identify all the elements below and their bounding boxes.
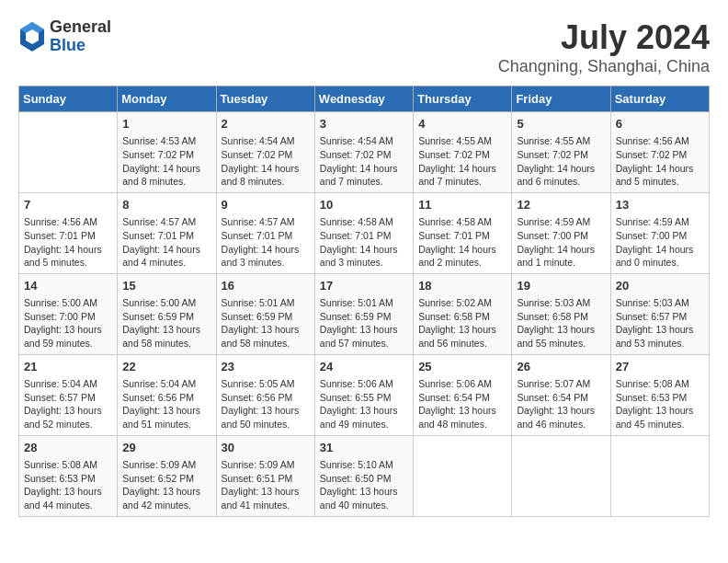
day-info: Sunrise: 5:01 AM Sunset: 6:59 PM Dayligh… <box>222 296 310 350</box>
calendar-day-cell: 20Sunrise: 5:03 AM Sunset: 6:57 PM Dayli… <box>610 273 709 354</box>
day-number: 6 <box>616 116 704 132</box>
calendar-day-cell: 7Sunrise: 4:56 AM Sunset: 7:01 PM Daylig… <box>19 192 118 273</box>
calendar-week-row: 1Sunrise: 4:53 AM Sunset: 7:02 PM Daylig… <box>19 112 710 193</box>
day-number: 27 <box>616 359 704 375</box>
day-info: Sunrise: 5:08 AM Sunset: 6:53 PM Dayligh… <box>24 458 112 512</box>
day-number: 3 <box>320 116 408 132</box>
calendar-day-cell: 12Sunrise: 4:59 AM Sunset: 7:00 PM Dayli… <box>512 192 610 273</box>
logo-text: General Blue <box>50 18 111 55</box>
day-info: Sunrise: 4:57 AM Sunset: 7:01 PM Dayligh… <box>122 215 210 270</box>
calendar-header-row: SundayMondayTuesdayWednesdayThursdayFrid… <box>19 86 710 112</box>
calendar-day-cell: 14Sunrise: 5:00 AM Sunset: 7:00 PM Dayli… <box>19 273 118 354</box>
day-info: Sunrise: 5:02 AM Sunset: 6:58 PM Dayligh… <box>418 296 506 350</box>
calendar-day-cell: 6Sunrise: 4:56 AM Sunset: 7:02 PM Daylig… <box>610 112 709 193</box>
day-info: Sunrise: 5:09 AM Sunset: 6:51 PM Dayligh… <box>222 458 310 512</box>
day-info: Sunrise: 5:08 AM Sunset: 6:53 PM Dayligh… <box>616 377 704 431</box>
day-info: Sunrise: 4:57 AM Sunset: 7:01 PM Dayligh… <box>222 215 310 270</box>
logo-general: General <box>50 18 111 37</box>
calendar-day-cell <box>512 435 610 516</box>
day-info: Sunrise: 5:00 AM Sunset: 6:59 PM Dayligh… <box>122 296 210 350</box>
day-info: Sunrise: 4:54 AM Sunset: 7:02 PM Dayligh… <box>222 134 310 189</box>
day-number: 21 <box>24 359 112 375</box>
day-number: 10 <box>320 197 408 213</box>
calendar-day-cell: 24Sunrise: 5:06 AM Sunset: 6:55 PM Dayli… <box>314 354 413 435</box>
calendar-day-cell: 26Sunrise: 5:07 AM Sunset: 6:54 PM Dayli… <box>512 354 610 435</box>
calendar-week-row: 14Sunrise: 5:00 AM Sunset: 7:00 PM Dayli… <box>19 273 710 354</box>
day-number: 14 <box>24 278 112 294</box>
day-info: Sunrise: 4:55 AM Sunset: 7:02 PM Dayligh… <box>517 134 605 189</box>
day-number: 25 <box>418 359 506 375</box>
calendar-day-cell: 18Sunrise: 5:02 AM Sunset: 6:58 PM Dayli… <box>414 273 512 354</box>
calendar-week-row: 7Sunrise: 4:56 AM Sunset: 7:01 PM Daylig… <box>19 192 710 273</box>
day-info: Sunrise: 5:07 AM Sunset: 6:54 PM Dayligh… <box>517 377 605 431</box>
calendar-day-cell: 15Sunrise: 5:00 AM Sunset: 6:59 PM Dayli… <box>118 273 216 354</box>
day-number: 8 <box>122 197 210 213</box>
calendar-day-cell: 11Sunrise: 4:58 AM Sunset: 7:01 PM Dayli… <box>414 192 512 273</box>
day-info: Sunrise: 5:06 AM Sunset: 6:54 PM Dayligh… <box>418 377 506 431</box>
day-number: 11 <box>418 197 506 213</box>
page-header: General Blue July 2024 Changning, Shangh… <box>18 18 710 76</box>
day-info: Sunrise: 5:04 AM Sunset: 6:57 PM Dayligh… <box>24 377 112 431</box>
day-info: Sunrise: 5:09 AM Sunset: 6:52 PM Dayligh… <box>122 458 210 512</box>
day-number: 7 <box>24 197 112 213</box>
calendar-day-cell: 16Sunrise: 5:01 AM Sunset: 6:59 PM Dayli… <box>216 273 314 354</box>
calendar-day-cell: 13Sunrise: 4:59 AM Sunset: 7:00 PM Dayli… <box>610 192 709 273</box>
day-of-week-header: Tuesday <box>216 86 314 112</box>
day-info: Sunrise: 4:56 AM Sunset: 7:01 PM Dayligh… <box>24 215 112 270</box>
day-number: 28 <box>24 440 112 456</box>
calendar-table: SundayMondayTuesdayWednesdayThursdayFrid… <box>18 86 710 517</box>
day-of-week-header: Sunday <box>19 86 118 112</box>
day-number: 15 <box>122 278 210 294</box>
day-of-week-header: Thursday <box>414 86 512 112</box>
day-info: Sunrise: 5:01 AM Sunset: 6:59 PM Dayligh… <box>320 296 408 350</box>
calendar-day-cell: 30Sunrise: 5:09 AM Sunset: 6:51 PM Dayli… <box>216 435 314 516</box>
day-info: Sunrise: 4:53 AM Sunset: 7:02 PM Dayligh… <box>122 134 210 189</box>
calendar-day-cell: 31Sunrise: 5:10 AM Sunset: 6:50 PM Dayli… <box>314 435 413 516</box>
day-number: 5 <box>517 116 605 132</box>
day-of-week-header: Wednesday <box>314 86 413 112</box>
calendar-day-cell: 4Sunrise: 4:55 AM Sunset: 7:02 PM Daylig… <box>414 112 512 193</box>
calendar-day-cell: 23Sunrise: 5:05 AM Sunset: 6:56 PM Dayli… <box>216 354 314 435</box>
day-number: 1 <box>122 116 210 132</box>
day-number: 23 <box>222 359 310 375</box>
day-info: Sunrise: 5:00 AM Sunset: 7:00 PM Dayligh… <box>24 296 112 350</box>
day-of-week-header: Saturday <box>610 86 709 112</box>
logo: General Blue <box>18 18 111 55</box>
day-number: 19 <box>517 278 605 294</box>
calendar-day-cell: 9Sunrise: 4:57 AM Sunset: 7:01 PM Daylig… <box>216 192 314 273</box>
day-of-week-header: Friday <box>512 86 610 112</box>
calendar-day-cell: 3Sunrise: 4:54 AM Sunset: 7:02 PM Daylig… <box>314 112 413 193</box>
day-info: Sunrise: 5:03 AM Sunset: 6:57 PM Dayligh… <box>616 296 704 350</box>
day-info: Sunrise: 5:04 AM Sunset: 6:56 PM Dayligh… <box>122 377 210 431</box>
logo-blue: Blue <box>50 37 111 55</box>
calendar-title: July 2024 <box>498 18 710 57</box>
calendar-day-cell <box>414 435 512 516</box>
calendar-day-cell: 22Sunrise: 5:04 AM Sunset: 6:56 PM Dayli… <box>118 354 216 435</box>
calendar-day-cell: 1Sunrise: 4:53 AM Sunset: 7:02 PM Daylig… <box>118 112 216 193</box>
day-number: 29 <box>122 440 210 456</box>
day-number: 16 <box>222 278 310 294</box>
day-info: Sunrise: 5:03 AM Sunset: 6:58 PM Dayligh… <box>517 296 605 350</box>
logo-icon <box>18 20 46 53</box>
calendar-day-cell: 25Sunrise: 5:06 AM Sunset: 6:54 PM Dayli… <box>414 354 512 435</box>
title-block: July 2024 Changning, Shanghai, China <box>498 18 710 76</box>
calendar-day-cell <box>19 112 118 193</box>
day-info: Sunrise: 4:56 AM Sunset: 7:02 PM Dayligh… <box>616 134 704 189</box>
calendar-day-cell <box>610 435 709 516</box>
calendar-day-cell: 21Sunrise: 5:04 AM Sunset: 6:57 PM Dayli… <box>19 354 118 435</box>
day-info: Sunrise: 4:59 AM Sunset: 7:00 PM Dayligh… <box>517 215 605 270</box>
day-number: 9 <box>222 197 310 213</box>
calendar-day-cell: 29Sunrise: 5:09 AM Sunset: 6:52 PM Dayli… <box>118 435 216 516</box>
calendar-week-row: 21Sunrise: 5:04 AM Sunset: 6:57 PM Dayli… <box>19 354 710 435</box>
day-number: 18 <box>418 278 506 294</box>
day-of-week-header: Monday <box>118 86 216 112</box>
day-number: 30 <box>222 440 310 456</box>
day-info: Sunrise: 4:54 AM Sunset: 7:02 PM Dayligh… <box>320 134 408 189</box>
calendar-day-cell: 28Sunrise: 5:08 AM Sunset: 6:53 PM Dayli… <box>19 435 118 516</box>
calendar-subtitle: Changning, Shanghai, China <box>498 57 710 76</box>
day-number: 24 <box>320 359 408 375</box>
day-number: 22 <box>122 359 210 375</box>
calendar-day-cell: 17Sunrise: 5:01 AM Sunset: 6:59 PM Dayli… <box>314 273 413 354</box>
calendar-day-cell: 27Sunrise: 5:08 AM Sunset: 6:53 PM Dayli… <box>610 354 709 435</box>
day-info: Sunrise: 4:58 AM Sunset: 7:01 PM Dayligh… <box>418 215 506 270</box>
